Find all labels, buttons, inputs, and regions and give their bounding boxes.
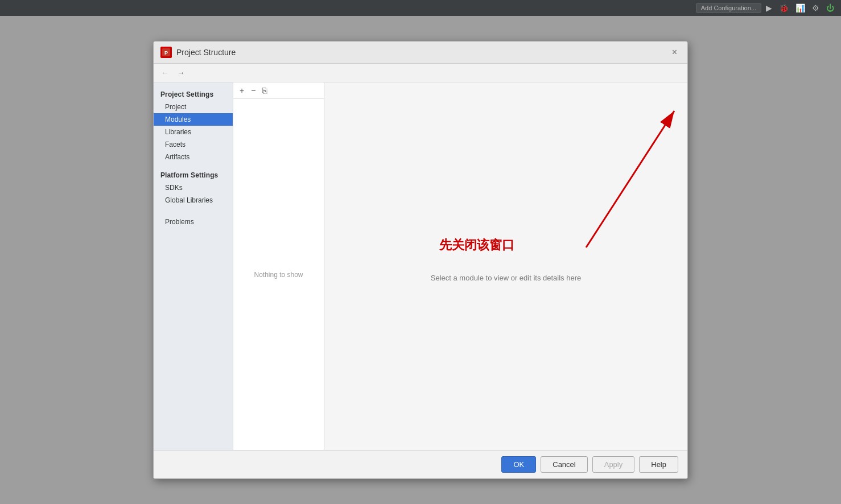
remove-module-button[interactable]: −: [248, 85, 258, 96]
dialog-app-icon: P: [160, 47, 172, 58]
module-list-panel: + − ⎘ Nothing to show: [233, 82, 324, 450]
chinese-annotation-text: 先关闭该窗口: [439, 237, 514, 254]
detail-content: Select a module to view or edit its deta…: [324, 82, 687, 450]
sidebar-item-artifacts[interactable]: Artifacts: [154, 151, 233, 163]
power-icon-button[interactable]: ⏻: [824, 2, 836, 14]
top-toolbar: Add Configuration... ▶ 🐞 📊 ⚙ ⏻: [0, 0, 841, 16]
ok-button[interactable]: OK: [501, 456, 536, 473]
dialog-content: Project Settings Project Modules Librari…: [154, 82, 687, 450]
svg-text:P: P: [164, 50, 168, 56]
apply-button[interactable]: Apply: [592, 456, 635, 473]
platform-settings-heading: Platform Settings: [154, 168, 233, 181]
copy-module-button[interactable]: ⎘: [259, 85, 270, 96]
sidebar-item-project[interactable]: Project: [154, 101, 233, 113]
dialog-footer: OK Cancel Apply Help: [154, 450, 687, 478]
debug-icon-button[interactable]: 🐞: [777, 2, 791, 14]
cancel-button[interactable]: Cancel: [541, 456, 587, 473]
svg-line-3: [586, 111, 674, 247]
settings-icon-button[interactable]: ⚙: [810, 2, 822, 14]
detail-instruction: Select a module to view or edit its deta…: [431, 274, 581, 282]
add-configuration-button[interactable]: Add Configuration...: [696, 3, 761, 13]
detail-area: Select a module to view or edit its deta…: [324, 82, 687, 450]
project-settings-heading: Project Settings: [154, 87, 233, 101]
sidebar-item-global-libraries[interactable]: Global Libraries: [154, 194, 233, 206]
dialog-close-button[interactable]: ×: [669, 46, 681, 59]
dialog-nav-toolbar: ← →: [154, 64, 687, 82]
sidebar-item-problems[interactable]: Problems: [154, 216, 233, 228]
sidebar-item-sdks[interactable]: SDKs: [154, 181, 233, 194]
dialog-title-left: P Project Structure: [160, 47, 236, 58]
dialog-body: ← → Project Settings Project Modules Lib…: [154, 64, 687, 450]
add-module-button[interactable]: +: [237, 85, 247, 96]
forward-button[interactable]: →: [174, 67, 188, 79]
run-icon-button[interactable]: ▶: [764, 2, 774, 14]
sidebar: Project Settings Project Modules Librari…: [154, 82, 233, 450]
dialog-titlebar: P Project Structure ×: [154, 42, 687, 64]
module-list-toolbar: + − ⎘: [233, 82, 324, 99]
sidebar-item-modules[interactable]: Modules: [154, 113, 233, 126]
module-list-empty: Nothing to show: [233, 99, 324, 450]
help-button[interactable]: Help: [639, 456, 678, 473]
other-section: Problems: [154, 216, 233, 228]
dialog-overlay: P Project Structure × ← → Project Settin…: [0, 16, 841, 504]
project-structure-dialog: P Project Structure × ← → Project Settin…: [153, 41, 688, 479]
sidebar-item-facets[interactable]: Facets: [154, 138, 233, 151]
back-button[interactable]: ←: [158, 67, 172, 79]
sidebar-item-libraries[interactable]: Libraries: [154, 126, 233, 138]
profile-icon-button[interactable]: 📊: [793, 2, 807, 14]
annotation-container: 先关闭该窗口: [324, 82, 687, 450]
dialog-title: Project Structure: [176, 48, 236, 57]
annotation-arrow: [324, 82, 687, 450]
